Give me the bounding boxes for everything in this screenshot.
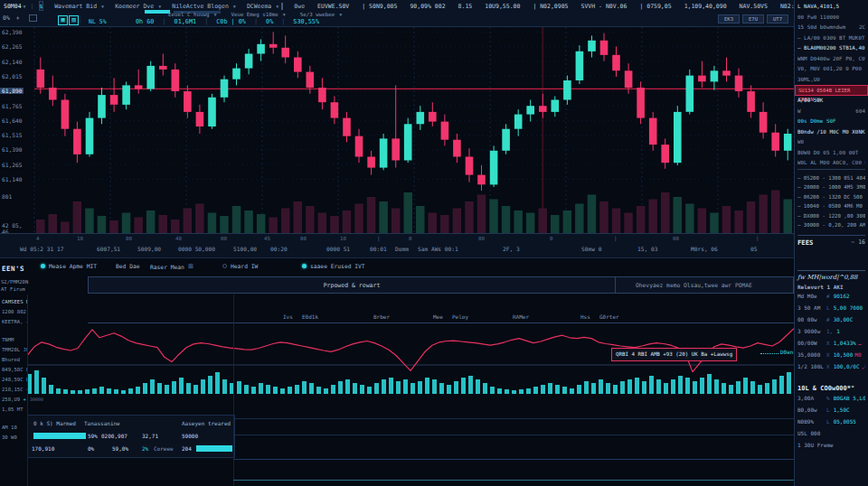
chevron-down-icon: ▼ — [99, 4, 104, 9]
x-label-14: 05 — [750, 246, 757, 252]
substat-0: 0h 60 — [136, 18, 154, 25]
metric-row-2: 00 00w#30,00C — [797, 313, 865, 325]
sidebar-row-6[interactable]: V0, M0V 001,20 0 P00 — [797, 64, 865, 75]
left-list-item[interactable]: Bhured — [0, 355, 27, 365]
zoom-control-1[interactable]: + — [16, 14, 20, 22]
tab-proposed[interactable]: Prpowed & rewart — [89, 277, 616, 293]
legend-dot-icon — [302, 264, 307, 268]
sidebar-row-12[interactable]: B0ndw /10 M0C M0 X0NK S0 — [797, 127, 865, 138]
left-watch-list: CAMSEES M1200 802 +KEETRA, ~TNMMTMM20L J… — [0, 297, 27, 443]
toolbar-stat-1: | S0N9,005 — [362, 3, 397, 10]
substat-4: S30,55% — [293, 18, 319, 25]
sidebar-row-text: W0 — [797, 137, 804, 148]
sidebar-row-4[interactable]: — BLA0M00200 STB1A,40 — [797, 43, 865, 54]
sidebar-row-text: W — [797, 107, 801, 117]
progress-bar-1 — [33, 433, 86, 439]
left-chip: CAMSEES M — [2, 297, 27, 307]
mini-button-ut7[interactable]: UT7 — [767, 14, 788, 23]
time-axis: 410004000450010|0000|00|Wd 05:2 31 17600… — [0, 233, 794, 258]
margin-summary-table[interactable]: 0 k S) MarmedTanassanineAaseyen treared5… — [27, 415, 235, 458]
right-sidebar: L NAVA,4101,500 Fw0 11000015 S0d b0wmndw… — [794, 0, 868, 486]
sidebar-row-9[interactable]: A/00 50K — [797, 96, 865, 107]
sidebar-row-14[interactable]: B0W0 D0 05 1,00 00T — [797, 148, 865, 159]
ladder-text: — 20000 - 1000 4M5 3M0 — [797, 184, 865, 190]
mini-button-e7u[interactable]: E7U — [742, 14, 764, 23]
sidebar-row-1[interactable]: 00 Fw0 110000 — [797, 13, 865, 23]
menu-nileactve-blogen[interactable]: NileActve Blogen ▼ — [172, 3, 236, 10]
sidebar-row-15[interactable]: W0L AL M00 A0C0, C00 040L — [797, 158, 865, 170]
row-separator-3 — [233, 459, 794, 460]
left-list-item[interactable]: 049,58C B — [0, 365, 27, 375]
legend-item-1[interactable]: Bed Dae — [116, 263, 140, 269]
mini-button-ek3[interactable]: EK3 — [718, 14, 740, 23]
tab-overlay[interactable]: Ohevyaez memo Olsau,twee awr POMAE — [616, 277, 793, 293]
menu-dcweema[interactable]: DCWeema ▼ — [247, 3, 278, 10]
left-list-item[interactable]: 258,U9 + — [0, 395, 27, 405]
sidebar-row-2[interactable]: 15 S0d b0wmndwm2C — [797, 23, 865, 33]
menu-koemeer-dve[interactable]: Koemeer Dve ▼ — [115, 3, 161, 10]
x-label-13: M0rs, 06 — [691, 246, 718, 252]
active-range-strip — [145, 10, 170, 14]
ladder-row-0[interactable]: — 05200 - 1300 051 4040 6,60 — [797, 173, 865, 183]
ladder-text: — 06200 - 1320 DC 500 204 — [797, 194, 865, 200]
layout-toggle-icon[interactable]: ▨ — [69, 15, 79, 25]
chart-annotation[interactable]: QRBI 4 RBI AMB +93 (20) UK Ba +Lawwsg — [611, 348, 737, 361]
metric-label: 1 30U Freme — [797, 439, 834, 451]
left-list-item[interactable]: 218,15C 4 — [0, 385, 27, 395]
ladder-row-1[interactable]: — 20000 - 1000 4M5 3M0 ,40 — [797, 182, 865, 192]
candlestick-chart[interactable] — [0, 27, 794, 233]
left-list-item[interactable]: 1200 802 + — [0, 307, 27, 317]
left-list-item[interactable]: AM 10 — [0, 423, 27, 433]
user-icon[interactable] — [29, 14, 37, 22]
ladder-text: — 30000 - 0,20, 200 AM0 — [797, 222, 865, 228]
left-item-text: KEETRA, ~ — [2, 319, 27, 324]
legend-item-4[interactable]: saaee Erused IVT — [302, 263, 365, 269]
sidebar-row-7[interactable]: 30ML,U0 — [797, 75, 865, 86]
legend-item-2[interactable]: Raser Mean⊞ — [150, 263, 193, 270]
ladder-row-5[interactable]: — 30000 - 0,20, 200 AM0 1704 — [797, 220, 865, 230]
submenu-2[interactable]: Se/3 wwebee ▼ — [300, 12, 342, 17]
ladder-row-2[interactable]: — 06200 - 1320 DC 500 204 ,L — [797, 192, 865, 202]
left-list-item[interactable]: 248,59C b — [0, 375, 27, 385]
menu-wavemart-bid[interactable]: Wavemart Bid ▼ — [54, 3, 104, 10]
left-list-item[interactable]: 1,05 MT — [0, 405, 27, 415]
legend-item-0[interactable]: Mease Apme MIT — [41, 263, 97, 269]
nl-percent-label: NL 5% — [89, 18, 107, 25]
left-list-item[interactable]: TMM20L JED — [0, 345, 27, 355]
left-list-item[interactable]: TNMM — [0, 335, 27, 345]
sidebar-row-10[interactable]: W604 — [797, 107, 865, 117]
divider: | — [31, 3, 34, 10]
zoom-control-0[interactable]: 0% — [3, 14, 10, 22]
col-header-5: RAMer — [513, 313, 529, 320]
metric-value: 1,50C — [834, 404, 850, 416]
chevron-down-icon: ▼ — [156, 4, 161, 9]
x-minor-6: 00 — [300, 236, 307, 241]
metric-operator: X — [826, 360, 830, 372]
sidebar-row-5[interactable]: WNM D0400w 20F P0, C0V — [797, 54, 865, 65]
grid-toggle-icon[interactable]: ▦ — [58, 15, 68, 25]
metric-operator: X — [826, 349, 830, 360]
symbol-selector[interactable]: S0M04 — [4, 3, 22, 10]
sidebar-row-3[interactable]: — LA/00 0309 BT MUK0T — [797, 33, 865, 44]
left-list-item[interactable]: KEETRA, ~ — [0, 317, 27, 327]
left-list-item[interactable]: 30 W0 — [0, 433, 27, 443]
metric-label: 3 50 AM — [797, 302, 823, 313]
table-cell: Coreee — [154, 445, 174, 452]
submenu-1[interactable]: Veue Emeg s10me ▼ — [231, 12, 285, 17]
panel-icon[interactable] — [281, 3, 283, 10]
legend-item-3[interactable]: Heard IW — [222, 263, 258, 269]
left-list-item[interactable]: CAMSEES M — [0, 297, 27, 307]
ladder-row-4[interactable]: — DX000 - 1220 ,00 3000 3014 — [797, 211, 865, 221]
left-item-text: TNMM — [2, 337, 14, 342]
toolbar-stats: EUVWE.S0V| S0N9,00590,09% 0028.1510U9,55… — [305, 3, 795, 10]
sidebar-row-text: A/00 50K — [797, 96, 823, 107]
sidebar-row-0[interactable]: L NAVA,4101,5 — [797, 2, 865, 13]
oscillator-chart[interactable] — [27, 325, 794, 397]
sidebar-row-13[interactable]: W0 — [797, 137, 865, 148]
sidebar-row-11[interactable]: 00s D0me S0F — [797, 117, 865, 127]
submenu-0[interactable]: Eeuel C huuwg ▼ — [168, 12, 216, 17]
v-divider-left — [27, 294, 28, 486]
metric-value: 100,0/0C — [834, 360, 860, 372]
alert-row[interactable]: SU134 0504B LEIER GRBIN U — [795, 85, 868, 96]
ladder-row-3[interactable]: — 10040 - 0500 4M6 M0 0 ,004 — [797, 201, 865, 211]
